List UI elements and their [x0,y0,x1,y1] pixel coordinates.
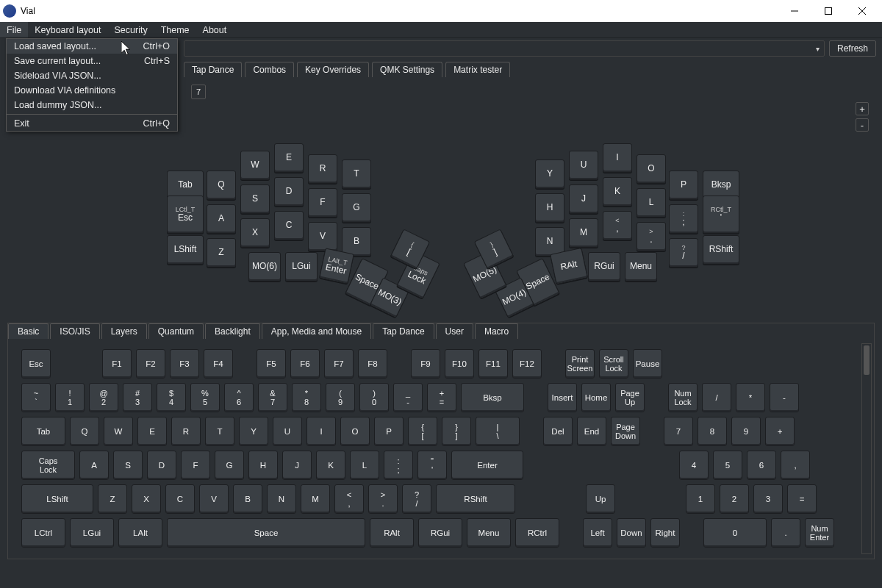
keycode-key[interactable]: 3 [753,484,783,514]
keycode-key[interactable]: S [113,451,143,480]
keyboard-key[interactable]: A [207,204,236,234]
keycode-key[interactable]: / [702,383,731,412]
keycode-key[interactable]: PageUp [615,383,645,412]
keycode-key[interactable]: Right [650,518,680,548]
keycode-key[interactable]: Enter [451,451,523,480]
keyboard-key[interactable]: S [240,184,270,214]
keycode-tab[interactable]: Backlight [205,323,260,339]
keyboard-key[interactable]: V [308,222,337,251]
keycode-key[interactable]: R [171,417,201,446]
keyboard-key[interactable]: O [637,154,666,184]
keycode-key[interactable]: NumLock [668,383,698,412]
keycode-key[interactable]: _- [393,383,423,412]
menu-security[interactable]: Security [108,22,154,37]
keyboard-key[interactable]: LShift [167,235,204,265]
keycode-key[interactable]: 2 [720,484,749,514]
keycode-key[interactable]: RCtrl [515,518,559,548]
keycode-key[interactable]: E [137,417,167,446]
keycode-tab[interactable]: Macro [475,323,518,339]
keyboard-key[interactable]: RCtl_T' [703,196,739,234]
refresh-button[interactable]: Refresh [829,40,876,57]
window-minimize-button[interactable] [778,0,811,22]
keycode-key[interactable]: "' [417,451,447,480]
window-maximize-button[interactable] [811,0,845,22]
keyboard-key[interactable]: <, [603,211,632,240]
keycode-key[interactable]: F3 [170,349,199,379]
keyboard-key[interactable]: W [240,151,270,180]
scroll-thumb[interactable] [864,345,870,375]
keyboard-key[interactable]: R [308,154,337,184]
keycode-key[interactable]: F2 [136,349,165,379]
keycode-key[interactable]: CapsLock [21,451,75,480]
menu-item[interactable]: Download VIA definitions [7,83,177,98]
keyboard-key[interactable]: LCtl_TEsc [167,196,204,234]
keyboard-key[interactable]: I [603,143,632,173]
keycode-key[interactable]: Pause [633,349,662,379]
keycode-key[interactable]: D [147,451,176,480]
zoom-out-button[interactable]: - [856,118,869,132]
keycode-key[interactable]: L [350,451,379,480]
keyboard-key[interactable]: H [535,193,564,223]
keycode-key[interactable]: 7 [664,417,693,446]
keycode-key[interactable]: PageDown [611,417,640,446]
keycode-key[interactable]: Esc [21,349,51,379]
main-tab[interactable]: Combos [245,62,294,77]
keycode-key[interactable]: F7 [324,349,354,379]
keycode-key[interactable]: |\ [476,417,520,446]
keycode-key[interactable]: Del [543,417,573,446]
keycode-key[interactable]: F11 [478,349,508,379]
keycode-key[interactable]: >. [368,484,398,514]
keycode-key[interactable]: 1 [686,484,715,514]
keycode-key[interactable]: *8 [292,383,321,412]
keyboard-key[interactable]: RAlt [550,248,588,284]
keycode-key[interactable]: )0 [359,383,389,412]
keycode-key[interactable]: J [282,451,312,480]
keyboard-key[interactable]: LGui [285,252,318,282]
keycode-key[interactable]: Q [70,417,99,446]
menu-item[interactable]: Load saved layout...Ctrl+O [7,39,177,54]
keycode-key[interactable]: ^6 [224,383,254,412]
keycode-key[interactable]: #3 [123,383,152,412]
keycode-key[interactable]: LCtrl [21,518,65,548]
keycode-key[interactable]: Space [167,518,365,548]
keyboard-key[interactable]: M [569,218,598,248]
keycode-key[interactable]: - [770,383,799,412]
window-close-button[interactable] [845,0,879,22]
menu-keyboard-layout[interactable]: Keyboard layout [28,22,107,37]
keycode-key[interactable]: !1 [55,383,85,412]
keyboard-key[interactable]: D [274,177,304,207]
keycode-key[interactable]: 9 [731,417,761,446]
keyboard-key[interactable]: L [637,188,666,218]
keycode-key[interactable]: ~` [21,383,51,412]
keyboard-key[interactable]: >. [637,222,666,251]
keycode-key[interactable]: ScrollLock [599,349,628,379]
keycode-key[interactable]: LShift [21,484,93,514]
keycode-key[interactable]: 8 [698,417,727,446]
keycode-key[interactable]: . [771,518,800,548]
keycode-key[interactable]: Home [581,383,611,412]
keyboard-key[interactable]: P [669,171,698,200]
keycode-key[interactable]: Insert [548,383,577,412]
keycode-key[interactable]: K [316,451,345,480]
keycode-key[interactable]: X [132,484,161,514]
menu-about[interactable]: About [196,22,234,37]
keycode-key[interactable]: F4 [204,349,233,379]
keycode-key[interactable]: 0 [703,518,767,548]
keycode-key[interactable]: 6 [747,451,776,480]
keycode-key[interactable]: F [181,451,210,480]
keycode-key[interactable]: %5 [190,383,220,412]
keycode-key[interactable]: $4 [157,383,186,412]
keycode-tab[interactable]: Layers [101,323,147,339]
keycode-key[interactable]: (9 [326,383,355,412]
keycode-key[interactable]: <, [334,484,364,514]
keycode-key[interactable]: U [273,417,302,446]
menu-item[interactable]: Sideload VIA JSON... [7,68,177,83]
keycode-key[interactable]: F1 [102,349,132,379]
keycode-key[interactable]: Up [586,484,615,514]
keycode-key[interactable]: F5 [257,349,286,379]
keyboard-key[interactable]: Q [207,171,236,200]
keycode-key[interactable]: Y [239,417,268,446]
menu-item[interactable]: ExitCtrl+Q [7,116,177,131]
keycode-key[interactable]: 4 [679,451,709,480]
keycode-key[interactable]: F12 [512,349,542,379]
